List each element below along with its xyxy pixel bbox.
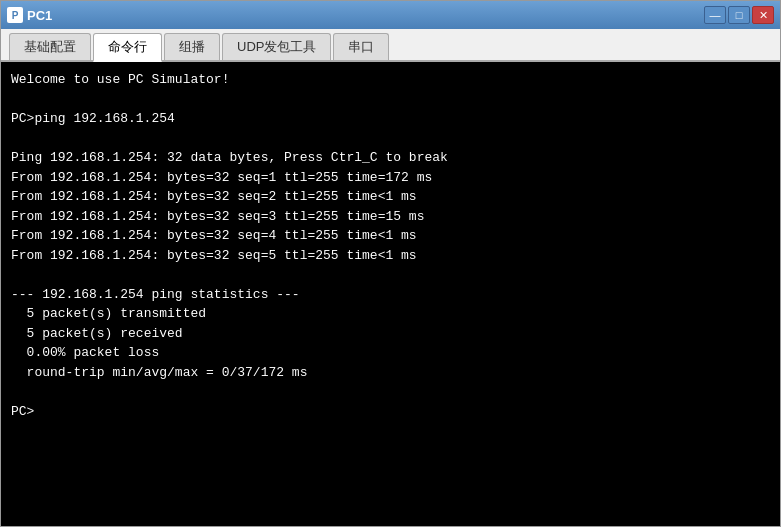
tab-group[interactable]: 组播 <box>164 33 220 60</box>
title-bar: P PC1 — □ ✕ <box>1 1 780 29</box>
window-icon: P <box>7 7 23 23</box>
window-title: PC1 <box>27 8 52 23</box>
tab-command[interactable]: 命令行 <box>93 33 162 62</box>
title-bar-left: P PC1 <box>7 7 52 23</box>
title-bar-controls: — □ ✕ <box>704 6 774 24</box>
tab-serial[interactable]: 串口 <box>333 33 389 60</box>
window: P PC1 — □ ✕ 基础配置 命令行 组播 UDP发包工具 串口 Welco… <box>0 0 781 527</box>
terminal-text: Welcome to use PC Simulator! PC>ping 192… <box>11 70 770 421</box>
restore-button[interactable]: □ <box>728 6 750 24</box>
minimize-button[interactable]: — <box>704 6 726 24</box>
close-button[interactable]: ✕ <box>752 6 774 24</box>
terminal-output[interactable]: Welcome to use PC Simulator! PC>ping 192… <box>1 62 780 526</box>
tabs-bar: 基础配置 命令行 组播 UDP发包工具 串口 <box>1 29 780 62</box>
tab-basic[interactable]: 基础配置 <box>9 33 91 60</box>
tab-udp[interactable]: UDP发包工具 <box>222 33 331 60</box>
